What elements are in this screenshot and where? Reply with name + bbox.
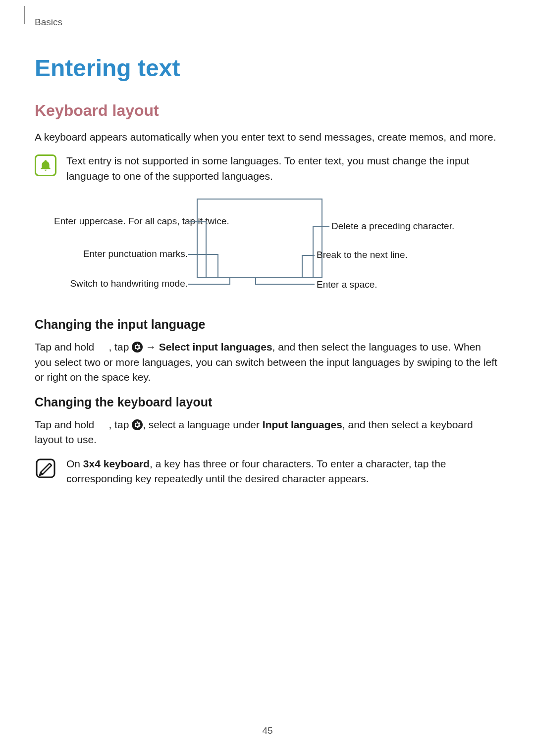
label-punctuation: Enter punctuation marks. — [72, 248, 188, 260]
section-keyboard-layout-heading: Keyboard layout — [35, 101, 500, 120]
label-delete: Delete a preceding character. — [331, 220, 454, 233]
bell-icon — [35, 154, 56, 176]
memo-icon — [35, 457, 56, 479]
keyboard-diagram: Enter uppercase. For all caps, tap it tw… — [57, 199, 478, 298]
note-3x4-keyboard: On 3x4 keyboard, a key has three or four… — [35, 456, 500, 487]
page-number: 45 — [0, 725, 535, 736]
subsection-input-language-heading: Changing the input language — [35, 317, 500, 332]
input-language-text: Tap and hold , tap → Select input langua… — [35, 340, 500, 385]
subsection-keyboard-layout-heading: Changing the keyboard layout — [35, 395, 500, 409]
note-language-support: Text entry is not supported in some lang… — [35, 153, 500, 184]
label-nextline: Break to the next line. — [317, 249, 408, 261]
keyboard-layout-change-text: Tap and hold , tap , select a language u… — [35, 417, 500, 448]
gear-icon — [132, 342, 143, 353]
keyboard-layout-intro: A keyboard appears automatically when yo… — [35, 130, 500, 145]
diagram-keyboard-box — [197, 199, 322, 278]
svg-line-1 — [41, 472, 43, 474]
gear-icon — [132, 419, 143, 430]
page-title: Entering text — [35, 54, 500, 82]
label-handwriting: Switch to handwriting mode. — [57, 278, 188, 290]
page-content: Entering text Keyboard layout A keyboard… — [0, 0, 535, 486]
label-uppercase: Enter uppercase. For all caps, tap it tw… — [54, 215, 188, 228]
note-language-support-text: Text entry is not supported in some lang… — [66, 153, 500, 184]
note-3x4-keyboard-text: On 3x4 keyboard, a key has three or four… — [66, 456, 500, 487]
label-space: Enter a space. — [317, 279, 377, 291]
